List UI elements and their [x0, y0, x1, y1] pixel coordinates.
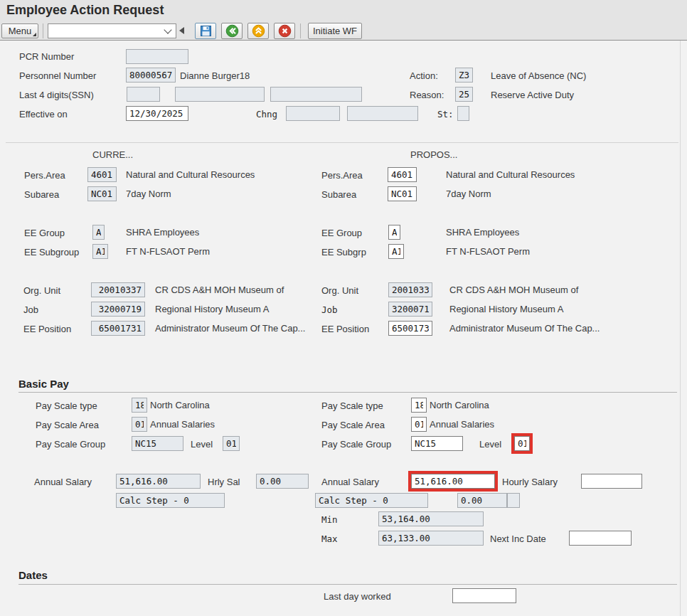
current-hourly-salary-field[interactable]	[256, 474, 309, 489]
chevron-down-icon[interactable]	[164, 26, 171, 33]
min-label: Min	[321, 514, 338, 525]
current-pay-scale-area-field[interactable]	[132, 417, 147, 432]
proposed-subarea-field[interactable]	[388, 186, 417, 201]
current-ee-group-field[interactable]	[92, 225, 105, 240]
current-column-header: CURRE...	[92, 149, 133, 160]
proposed-ee-position-desc: Administrator Museum Of The Cap...	[449, 323, 600, 334]
chng-field-1[interactable]	[286, 106, 340, 121]
dates-rule	[18, 584, 677, 585]
proposed-subarea-desc: 7day Norm	[446, 188, 491, 199]
chng-field-2[interactable]	[347, 106, 418, 121]
min-salary-field[interactable]	[378, 511, 484, 526]
current-pay-scale-type-label: Pay Scale type	[36, 400, 97, 411]
menu-button[interactable]: Menu	[1, 23, 38, 38]
current-pay-scale-group-field[interactable]	[132, 436, 183, 451]
current-pay-scale-area-desc: Annual Salaries	[150, 419, 215, 430]
proposed-pay-scale-group-field[interactable]	[411, 436, 463, 451]
initiate-wf-button[interactable]: Initiate WF	[308, 23, 362, 39]
section-separator	[6, 142, 678, 143]
title-bar: Employee Action Request	[0, 0, 687, 21]
last-day-worked-field[interactable]	[452, 588, 516, 603]
current-subarea-desc: 7day Norm	[126, 188, 171, 199]
proposed-hourly-salary-field[interactable]	[581, 474, 642, 489]
action-field[interactable]	[455, 68, 473, 83]
current-level-field[interactable]	[223, 436, 240, 451]
proposed-annual-salary-label: Annual Salary	[321, 477, 379, 487]
ssn-field-1[interactable]	[127, 87, 160, 102]
current-subarea-field[interactable]	[87, 186, 117, 201]
current-job-label: Job	[23, 304, 38, 315]
ssn-field-2[interactable]	[175, 87, 265, 102]
personnel-number-label: Personnel Number	[19, 70, 96, 81]
proposed-ee-group-field[interactable]	[388, 225, 400, 240]
proposed-pay-scale-type-field[interactable]	[411, 398, 427, 413]
proposed-pers-area-field[interactable]	[388, 167, 417, 182]
dates-heading: Dates	[18, 569, 48, 581]
proposed-annual-salary-field[interactable]	[411, 474, 495, 489]
proposed-calc-step-field[interactable]	[315, 493, 428, 508]
current-hourly-salary-label: Hrly Sal	[208, 477, 240, 487]
proposed-pay-scale-area-field[interactable]	[411, 417, 427, 432]
current-annual-salary-field[interactable]	[116, 474, 201, 489]
st-label: St:	[437, 109, 454, 120]
collapse-left-arrow-icon[interactable]	[179, 27, 184, 34]
next-inc-date-field[interactable]	[569, 531, 632, 546]
current-pay-scale-type-desc: North Carolina	[150, 400, 210, 410]
proposed-job-field[interactable]	[388, 302, 432, 317]
initiate-wf-label: Initiate WF	[313, 26, 357, 36]
current-ee-subgroup-field[interactable]	[92, 244, 108, 259]
current-pers-area-field[interactable]	[87, 167, 117, 182]
current-annual-salary-label: Annual Salary	[34, 477, 92, 487]
next-inc-date-label: Next Inc Date	[490, 533, 546, 544]
back-button[interactable]	[221, 23, 243, 39]
last-day-worked-label: Last day worked	[324, 591, 391, 602]
reason-field[interactable]	[455, 87, 473, 102]
cancel-icon	[278, 24, 292, 38]
ssn-label: Last 4 digits(SSN)	[19, 90, 94, 100]
personnel-number-field[interactable]	[126, 68, 176, 83]
proposed-ee-group-label: EE Group	[321, 228, 362, 238]
proposed-org-unit-label: Org. Unit	[321, 285, 358, 296]
proposed-calc-amount-field[interactable]	[457, 493, 507, 508]
save-icon	[200, 25, 212, 37]
proposed-ee-position-field[interactable]	[388, 321, 432, 336]
ssn-field-3[interactable]	[270, 87, 362, 102]
employee-action-request-window: Employee Action Request Menu	[0, 0, 687, 616]
current-ee-subgroup-label: EE Subgroup	[24, 247, 79, 257]
proposed-level-field[interactable]	[514, 436, 530, 451]
proposed-job-label: Job	[321, 304, 338, 315]
reason-label: Reason:	[410, 90, 444, 100]
proposed-column-header: PROPOS...	[410, 149, 457, 160]
cancel-button[interactable]	[274, 23, 295, 39]
proposed-pay-scale-area-desc: Annual Salaries	[430, 419, 494, 430]
pcr-number-field[interactable]	[126, 49, 188, 64]
command-input[interactable]	[50, 25, 165, 37]
current-ee-position-desc: Administrator Museum Of The Cap...	[155, 323, 305, 334]
save-button[interactable]	[195, 23, 216, 39]
current-calc-step-field[interactable]	[116, 493, 225, 508]
current-ee-position-field[interactable]	[91, 321, 145, 336]
current-subarea-label: Subarea	[24, 189, 59, 200]
max-salary-field[interactable]	[378, 531, 484, 546]
current-org-unit-field[interactable]	[91, 282, 145, 297]
current-pay-scale-group-label: Pay Scale Group	[36, 439, 105, 450]
basic-pay-heading: Basic Pay	[18, 378, 69, 390]
exit-button[interactable]	[247, 23, 269, 39]
st-field[interactable]	[457, 106, 469, 121]
proposed-pay-scale-type-label: Pay Scale type	[321, 400, 383, 411]
proposed-pay-scale-type-desc: North Carolina	[430, 400, 489, 410]
current-org-unit-label: Org. Unit	[23, 285, 60, 296]
current-pay-scale-type-field[interactable]	[132, 398, 147, 413]
proposed-ee-subgroup-field[interactable]	[388, 244, 404, 259]
current-pers-area-desc: Natural and Cultural Resources	[126, 169, 255, 180]
effective-on-field[interactable]	[126, 106, 188, 121]
proposed-org-unit-field[interactable]	[388, 282, 432, 297]
proposed-ee-group-desc: SHRA Employees	[446, 227, 519, 238]
menu-corner-triangle-icon	[33, 33, 36, 36]
current-job-field[interactable]	[91, 302, 145, 317]
proposed-pay-scale-area-label: Pay Scale Area	[321, 420, 385, 430]
proposed-ee-subgroup-desc: FT N-FLSAOT Perm	[446, 246, 530, 257]
command-combobox[interactable]	[48, 23, 176, 38]
exit-icon	[252, 24, 265, 38]
current-ee-group-desc: SHRA Employees	[126, 227, 199, 238]
